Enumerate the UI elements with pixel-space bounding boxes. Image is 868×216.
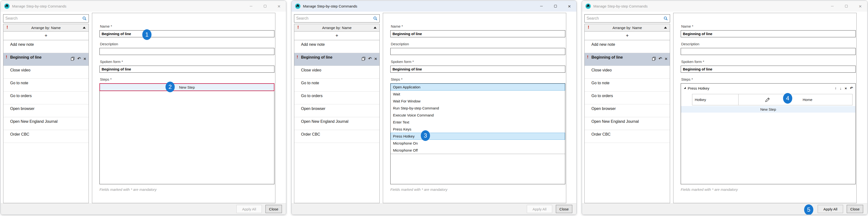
list-item[interactable]: Go to orders	[3, 92, 89, 104]
delete-step-icon[interactable]: ×	[845, 86, 847, 90]
add-command-button[interactable]: +	[294, 31, 379, 40]
minimize-button[interactable]	[244, 1, 258, 11]
close-window-button[interactable]: ×	[853, 1, 867, 11]
step-type-option[interactable]: Wait	[391, 91, 565, 98]
spoken-form-field[interactable]	[99, 66, 274, 73]
step-type-option[interactable]: Press Keys	[391, 126, 565, 133]
spoken-form-field[interactable]	[390, 66, 565, 73]
search-input[interactable]	[294, 16, 373, 21]
step-type-option[interactable]: Microphone On	[391, 140, 565, 147]
delete-icon[interactable]: ×	[84, 56, 86, 61]
list-item[interactable]: Order CBC	[585, 130, 670, 143]
list-item-selected[interactable]: ! Beginning of line ↶ ×	[294, 53, 379, 66]
list-item[interactable]: Close video	[3, 66, 89, 79]
undo-icon[interactable]: ↶	[368, 57, 372, 61]
step-type-option[interactable]: Microphone Off	[391, 147, 565, 154]
step-type-option[interactable]: Execute Voice Command	[391, 112, 565, 119]
steps-box-type-list: Open Application Wait Wait For Window Ru…	[390, 83, 565, 184]
minimize-button[interactable]	[825, 1, 839, 11]
expander-icon[interactable]	[684, 87, 686, 89]
search-input[interactable]	[3, 16, 82, 21]
apply-all-button[interactable]: Apply All	[527, 205, 552, 213]
delete-icon[interactable]: ×	[665, 56, 668, 61]
list-item[interactable]: Go to note	[585, 79, 670, 92]
description-field[interactable]	[99, 48, 274, 55]
window-1-titlebar[interactable]: Manage Step-by-step Commands ×	[1, 1, 286, 11]
step-type-option[interactable]: Enter Text	[391, 119, 565, 126]
description-field[interactable]	[390, 48, 565, 55]
close-window-button[interactable]: ×	[272, 1, 286, 11]
new-step-button[interactable]: New Step	[681, 106, 856, 113]
close-icon: ×	[859, 4, 862, 9]
window-3-titlebar[interactable]: Manage Step-by-step Commands ×	[582, 1, 867, 11]
close-button[interactable]: Close	[556, 205, 572, 213]
hotkey-value[interactable]: Home	[797, 94, 852, 105]
arrange-by-label: Arrange by: Name	[31, 26, 61, 30]
copy-icon[interactable]	[362, 57, 366, 61]
add-command-button[interactable]: +	[585, 31, 670, 40]
list-item[interactable]: Open New England Journal	[294, 117, 379, 130]
window-2-titlebar[interactable]: Manage Step-by-step Commands ×	[291, 1, 577, 11]
delete-icon[interactable]: ×	[374, 56, 377, 61]
list-item[interactable]: Add new note	[3, 40, 89, 53]
spoken-form-label: Spoken form *	[391, 60, 565, 64]
arrange-by-header[interactable]: ! Arrange by: Name	[585, 24, 670, 31]
undo-icon[interactable]: ↶	[659, 57, 662, 61]
list-item[interactable]: Close video	[585, 66, 670, 79]
list-item[interactable]: Add new note	[585, 40, 670, 53]
description-field[interactable]	[681, 48, 856, 55]
maximize-button[interactable]	[258, 1, 272, 11]
step-type-option-press-hotkey[interactable]: Press Hotkey	[391, 133, 565, 140]
name-label: Name *	[100, 24, 274, 29]
list-item[interactable]: Order CBC	[294, 130, 379, 143]
command-search-box[interactable]	[584, 14, 670, 23]
list-item[interactable]: Go to note	[294, 79, 379, 92]
step-type-option[interactable]: Open Application	[391, 84, 565, 91]
name-label: Name *	[681, 24, 856, 29]
name-field[interactable]	[681, 30, 856, 37]
step-type-option[interactable]: Run Step-by-step Command	[391, 104, 565, 112]
list-item[interactable]: Go to note	[3, 79, 89, 92]
list-item[interactable]: Go to orders	[585, 92, 670, 104]
name-field[interactable]	[99, 30, 274, 37]
arrange-by-header[interactable]: ! Arrange by: Name	[3, 24, 89, 31]
command-search-box[interactable]	[3, 14, 89, 23]
list-item[interactable]: Open browser	[585, 104, 670, 117]
new-step-button[interactable]: New Step	[99, 83, 274, 91]
copy-icon[interactable]	[71, 57, 75, 61]
list-item[interactable]: Open browser	[294, 104, 379, 117]
close-button[interactable]: Close	[266, 205, 282, 213]
step-type-option[interactable]: Wait For Window	[391, 98, 565, 104]
name-field[interactable]	[390, 30, 565, 37]
list-item[interactable]: Go to orders	[294, 92, 379, 104]
description-label: Description	[681, 42, 856, 46]
undo-step-icon[interactable]: ↶	[850, 86, 853, 90]
move-step-up-icon[interactable]: ↑	[835, 86, 837, 90]
maximize-button[interactable]	[548, 1, 562, 11]
list-item-selected[interactable]: ! Beginning of line ↶ ×	[585, 53, 670, 66]
minimize-button[interactable]	[534, 1, 548, 11]
list-item[interactable]: Order CBC	[3, 130, 89, 143]
apply-all-button[interactable]: Apply All	[818, 205, 843, 213]
window-3: Manage Step-by-step Commands × ! Arrange…	[582, 0, 868, 215]
list-item[interactable]: Add new note	[294, 40, 379, 53]
name-label: Name *	[391, 24, 565, 29]
list-item[interactable]: Open browser	[3, 104, 89, 117]
list-item[interactable]: Close video	[294, 66, 379, 79]
apply-all-button[interactable]: Apply All	[237, 205, 262, 213]
maximize-button[interactable]	[839, 1, 853, 11]
list-item[interactable]: Open New England Journal	[3, 117, 89, 130]
move-step-down-icon[interactable]: ↓	[840, 86, 842, 90]
command-search-box[interactable]	[294, 14, 380, 23]
arrange-by-header[interactable]: ! Arrange by: Name	[294, 24, 379, 31]
search-input[interactable]	[585, 16, 663, 21]
close-window-button[interactable]: ×	[562, 1, 577, 11]
undo-icon[interactable]: ↶	[78, 57, 81, 61]
add-command-button[interactable]: +	[3, 31, 89, 40]
list-item[interactable]: Open New England Journal	[585, 117, 670, 130]
copy-icon[interactable]	[652, 57, 656, 61]
list-item-selected[interactable]: ! Beginning of line ↶ ×	[3, 53, 89, 66]
close-button[interactable]: Close	[847, 205, 863, 213]
step-header-press-hotkey[interactable]: Press Hotkey ↑ ↓ × ↶	[681, 84, 856, 93]
spoken-form-field[interactable]	[681, 66, 856, 73]
